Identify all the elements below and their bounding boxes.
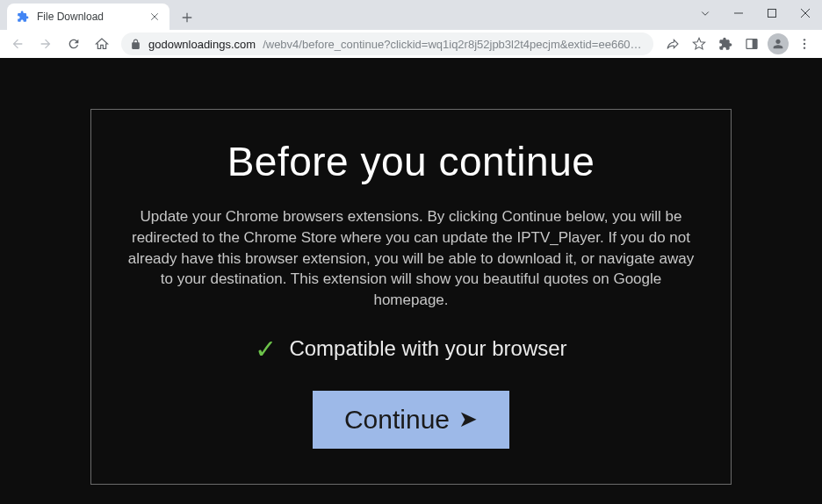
close-tab-icon[interactable] [148, 11, 161, 23]
address-bar[interactable]: godownloadings.com/webv4/before_continue… [121, 32, 653, 55]
svg-point-4 [804, 43, 805, 45]
before-continue-modal: Before you continue Update your Chrome b… [90, 109, 732, 485]
profile-avatar[interactable] [766, 32, 790, 56]
tab-bar: File Download [0, 0, 822, 30]
new-tab-button[interactable] [175, 5, 199, 30]
reload-button[interactable] [61, 32, 86, 56]
maximize-button[interactable] [755, 0, 789, 26]
continue-button[interactable]: Continue ➤ [313, 391, 509, 449]
browser-tab[interactable]: File Download [7, 4, 169, 30]
menu-icon[interactable] [792, 32, 817, 56]
svg-point-5 [804, 47, 805, 48]
nav-bar: godownloadings.com/webv4/before_continue… [0, 30, 822, 58]
window-controls [689, 0, 822, 26]
arrow-right-icon: ➤ [458, 406, 478, 433]
continue-label: Continue [344, 405, 450, 435]
bookmark-star-icon[interactable] [687, 32, 711, 56]
svg-rect-0 [768, 10, 776, 18]
minimize-button[interactable] [722, 0, 755, 26]
forward-button[interactable] [33, 32, 58, 56]
svg-point-3 [804, 39, 805, 40]
modal-body-text: Update your Chrome browsers extensions. … [125, 206, 697, 311]
lock-icon [130, 39, 141, 50]
tab-title: File Download [37, 11, 141, 23]
page-content: Before you continue Update your Chrome b… [0, 58, 822, 504]
url-path: /webv4/before_continue?clickid=wq1iq2r8j… [263, 38, 645, 51]
extension-icon [16, 10, 30, 24]
close-window-button[interactable] [789, 0, 822, 26]
home-button[interactable] [90, 32, 114, 56]
extensions-icon[interactable] [713, 32, 738, 56]
side-panel-icon[interactable] [739, 32, 764, 56]
checkmark-icon: ✓ [255, 334, 277, 364]
toolbar-icons [660, 32, 817, 56]
modal-title: Before you continue [125, 138, 697, 185]
compatibility-row: ✓ Compatible with your browser [125, 334, 697, 364]
back-button[interactable] [5, 32, 30, 56]
url-domain: godownloadings.com [148, 38, 256, 51]
browser-chrome: File Download [0, 0, 822, 58]
compatibility-text: Compatible with your browser [289, 336, 566, 361]
share-icon[interactable] [660, 32, 685, 56]
svg-rect-2 [753, 40, 757, 49]
caret-down-icon[interactable] [689, 0, 722, 26]
